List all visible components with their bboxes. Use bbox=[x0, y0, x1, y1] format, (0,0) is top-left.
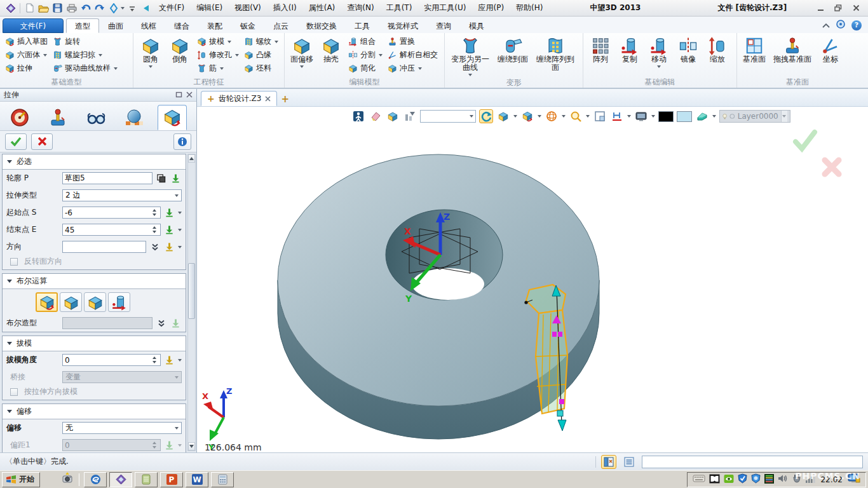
morph-to-curve-button[interactable]: 变形为另一曲线 bbox=[447, 35, 493, 78]
dropdown-arrow-icon[interactable] bbox=[468, 74, 472, 78]
dropdown-arrow-icon[interactable] bbox=[220, 67, 224, 72]
dropdown-arrow-icon[interactable] bbox=[114, 67, 118, 72]
zoom-icon[interactable] bbox=[569, 109, 583, 123]
security-shield-check-icon[interactable] bbox=[738, 473, 747, 485]
wireframe-display-icon[interactable] bbox=[545, 109, 559, 123]
zoom-fit-icon[interactable] bbox=[593, 109, 607, 123]
offset-combo[interactable]: 无 bbox=[62, 422, 182, 434]
menu-file[interactable]: 文件(F) bbox=[153, 0, 190, 16]
view-search-combo[interactable] bbox=[420, 110, 476, 123]
tab-drag-handle[interactable] bbox=[43, 105, 72, 130]
datum-plane-button[interactable]: 基准面 bbox=[740, 35, 769, 64]
offset-handle-3[interactable] bbox=[559, 399, 564, 404]
section-header[interactable]: 布尔运算 bbox=[3, 274, 186, 289]
command-input[interactable] bbox=[642, 456, 863, 468]
end-input[interactable] bbox=[65, 226, 151, 234]
blank-eraser-icon[interactable] bbox=[369, 109, 383, 123]
menu-inquire[interactable]: 查询(N) bbox=[341, 0, 379, 16]
display-settings-icon[interactable] bbox=[634, 109, 648, 123]
menu-view[interactable]: 视图(V) bbox=[229, 0, 267, 16]
replace-button[interactable]: 置换 bbox=[385, 35, 440, 48]
thread-button[interactable]: 螺纹 bbox=[241, 35, 281, 48]
draft-button[interactable]: 拔模 bbox=[194, 35, 241, 48]
spinner[interactable] bbox=[151, 224, 158, 235]
punch-button[interactable]: 冲压 bbox=[385, 62, 440, 75]
wrap-to-face-button[interactable]: 缠绕到面 bbox=[493, 35, 532, 64]
style-manager-icon[interactable] bbox=[836, 19, 846, 31]
direction-options-arrow[interactable] bbox=[178, 246, 182, 250]
background-color-swatch[interactable] bbox=[677, 111, 692, 122]
new-file-icon[interactable] bbox=[23, 1, 36, 15]
capture-tool-icon[interactable] bbox=[60, 472, 74, 487]
tab-inquire[interactable]: 查询 bbox=[427, 18, 460, 33]
extrude-type-combo[interactable]: 2 边 bbox=[62, 189, 182, 201]
tab-assembly[interactable]: 装配 bbox=[198, 18, 231, 33]
end-anchor-handle[interactable] bbox=[557, 410, 563, 416]
tab-shape[interactable]: 造型 bbox=[66, 18, 99, 33]
tab-dataexchange[interactable]: 数据交换 bbox=[297, 18, 346, 33]
cancel-button[interactable] bbox=[31, 133, 53, 150]
menu-insert[interactable]: 插入(I) bbox=[268, 0, 302, 16]
dropdown-arrow-icon[interactable] bbox=[562, 115, 566, 119]
direction-expand-button[interactable] bbox=[149, 241, 161, 253]
menu-utilities[interactable]: 实用工具(U) bbox=[418, 0, 471, 16]
spiral-sweep-button[interactable]: 螺旋扫掠 bbox=[50, 48, 120, 62]
eraser-wedge-icon[interactable] bbox=[695, 109, 709, 123]
print-icon[interactable] bbox=[65, 1, 78, 15]
face-offset-button[interactable]: 面偏移 bbox=[287, 35, 316, 70]
menu-tools[interactable]: 工具(T) bbox=[381, 0, 418, 16]
dropdown-arrow-icon[interactable] bbox=[149, 65, 153, 70]
tab-tools[interactable]: 工具 bbox=[346, 18, 379, 33]
tab-render-sphere[interactable] bbox=[119, 105, 149, 130]
boolean-base-button[interactable] bbox=[36, 292, 58, 312]
simplify-button[interactable]: 简化 bbox=[346, 62, 385, 75]
scale-button[interactable]: 缩放 bbox=[703, 35, 732, 64]
revolve-button[interactable]: 旋转 bbox=[50, 35, 120, 48]
auto-rotate-button[interactable] bbox=[479, 109, 493, 123]
tab-surface[interactable]: 曲面 bbox=[99, 18, 132, 33]
rib-button[interactable]: 筋 bbox=[194, 62, 241, 75]
dolby-tray-icon[interactable] bbox=[709, 474, 720, 485]
panel-restore-icon[interactable] bbox=[175, 91, 182, 100]
shell-button[interactable]: 抽壳 bbox=[316, 35, 346, 64]
dropdown-arrow-icon[interactable] bbox=[651, 115, 655, 119]
spinner[interactable] bbox=[151, 207, 158, 218]
ghost-ok-mark[interactable] bbox=[796, 132, 815, 149]
show-target-icon[interactable] bbox=[351, 109, 365, 123]
modify-hole-button[interactable]: 修改孔 bbox=[194, 48, 241, 62]
app-grid-tray-icon[interactable] bbox=[764, 474, 774, 485]
taskbar-powerpoint-button[interactable]: P bbox=[160, 472, 183, 487]
offset-handle-1[interactable] bbox=[552, 332, 557, 337]
direction-pick-button[interactable] bbox=[163, 241, 175, 253]
boolean-add-button[interactable] bbox=[60, 292, 82, 312]
start-options-arrow[interactable] bbox=[178, 212, 182, 216]
taskbar-calculator-button[interactable] bbox=[211, 472, 234, 487]
tab-extrude-settings[interactable] bbox=[158, 105, 187, 130]
section-header[interactable]: 必选 bbox=[3, 154, 186, 170]
menu-help[interactable]: 帮助(H) bbox=[510, 0, 548, 16]
profile-pick-button[interactable] bbox=[170, 173, 182, 184]
taskbar-notes-button[interactable] bbox=[135, 472, 158, 487]
network-signal-tray-icon[interactable] bbox=[805, 475, 815, 485]
draft-by-extrude-dir-checkbox[interactable] bbox=[10, 388, 18, 396]
info-button[interactable] bbox=[173, 133, 191, 150]
dropdown-arrow-icon[interactable] bbox=[538, 115, 541, 119]
taskbar-zw3d-button[interactable] bbox=[109, 472, 132, 487]
flip-face-checkbox[interactable] bbox=[10, 258, 18, 266]
layer-combo[interactable]: Layer0000 bbox=[719, 110, 790, 123]
direction-field[interactable] bbox=[62, 241, 146, 253]
tab-close-icon[interactable] bbox=[265, 96, 271, 102]
menu-applications[interactable]: 应用(P) bbox=[472, 0, 510, 16]
tab-history-gauge[interactable] bbox=[5, 105, 34, 130]
box-button[interactable]: 六面体 bbox=[3, 48, 50, 62]
extrude-button[interactable]: 拉伸 bbox=[3, 62, 50, 75]
start-pick-button[interactable] bbox=[163, 207, 175, 219]
resolve-selfintersection-button[interactable]: 解析自相交 bbox=[385, 48, 440, 62]
end-options-arrow[interactable] bbox=[178, 229, 182, 233]
show-desktop-icon[interactable] bbox=[848, 473, 860, 485]
quick-access-dropdown-icon[interactable] bbox=[121, 7, 125, 11]
dropdown-arrow-icon[interactable] bbox=[627, 115, 631, 119]
dropdown-arrow-icon[interactable] bbox=[43, 54, 47, 58]
file-menu-button[interactable]: 文件(F) bbox=[3, 18, 64, 33]
restore-button[interactable] bbox=[832, 3, 844, 13]
